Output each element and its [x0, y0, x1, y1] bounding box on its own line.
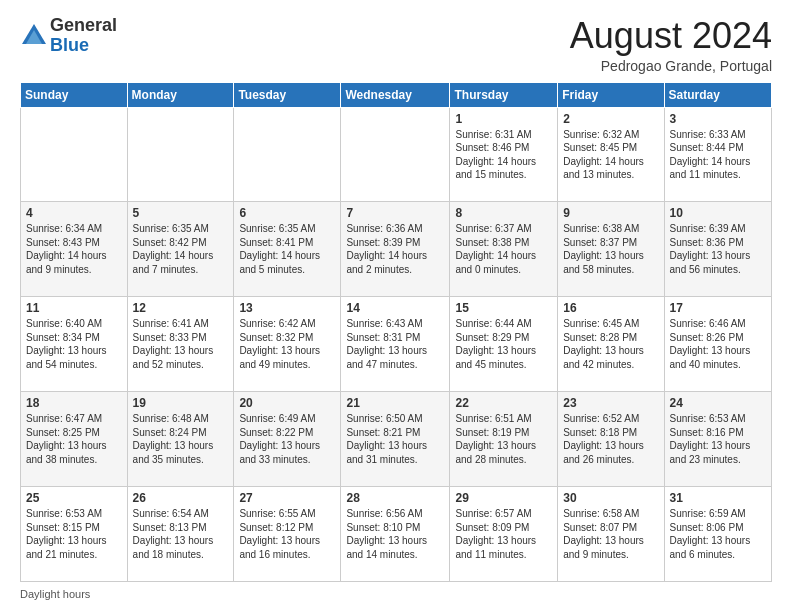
day-cell: 18Sunrise: 6:47 AM Sunset: 8:25 PM Dayli…: [21, 392, 128, 487]
footer-text: Daylight hours: [20, 588, 90, 600]
week-row-0: 1Sunrise: 6:31 AM Sunset: 8:46 PM Daylig…: [21, 107, 772, 202]
day-number: 8: [455, 206, 552, 220]
header-day-saturday: Saturday: [664, 82, 771, 107]
header-day-wednesday: Wednesday: [341, 82, 450, 107]
day-cell: [127, 107, 234, 202]
day-cell: 17Sunrise: 6:46 AM Sunset: 8:26 PM Dayli…: [664, 297, 771, 392]
day-cell: 12Sunrise: 6:41 AM Sunset: 8:33 PM Dayli…: [127, 297, 234, 392]
day-cell: 23Sunrise: 6:52 AM Sunset: 8:18 PM Dayli…: [558, 392, 664, 487]
header: General Blue August 2024 Pedrogao Grande…: [20, 16, 772, 74]
day-info: Sunrise: 6:42 AM Sunset: 8:32 PM Dayligh…: [239, 317, 335, 371]
day-cell: 11Sunrise: 6:40 AM Sunset: 8:34 PM Dayli…: [21, 297, 128, 392]
logo-blue: Blue: [50, 36, 117, 56]
day-cell: 9Sunrise: 6:38 AM Sunset: 8:37 PM Daylig…: [558, 202, 664, 297]
header-day-monday: Monday: [127, 82, 234, 107]
day-info: Sunrise: 6:46 AM Sunset: 8:26 PM Dayligh…: [670, 317, 766, 371]
day-number: 4: [26, 206, 122, 220]
day-cell: 3Sunrise: 6:33 AM Sunset: 8:44 PM Daylig…: [664, 107, 771, 202]
day-number: 19: [133, 396, 229, 410]
month-title: August 2024: [570, 16, 772, 56]
day-number: 6: [239, 206, 335, 220]
week-row-2: 11Sunrise: 6:40 AM Sunset: 8:34 PM Dayli…: [21, 297, 772, 392]
day-number: 29: [455, 491, 552, 505]
day-number: 25: [26, 491, 122, 505]
day-number: 30: [563, 491, 658, 505]
day-info: Sunrise: 6:50 AM Sunset: 8:21 PM Dayligh…: [346, 412, 444, 466]
day-cell: 28Sunrise: 6:56 AM Sunset: 8:10 PM Dayli…: [341, 487, 450, 582]
day-info: Sunrise: 6:53 AM Sunset: 8:15 PM Dayligh…: [26, 507, 122, 561]
day-number: 11: [26, 301, 122, 315]
day-info: Sunrise: 6:43 AM Sunset: 8:31 PM Dayligh…: [346, 317, 444, 371]
day-info: Sunrise: 6:49 AM Sunset: 8:22 PM Dayligh…: [239, 412, 335, 466]
day-info: Sunrise: 6:40 AM Sunset: 8:34 PM Dayligh…: [26, 317, 122, 371]
day-number: 13: [239, 301, 335, 315]
day-cell: [21, 107, 128, 202]
day-number: 16: [563, 301, 658, 315]
day-number: 17: [670, 301, 766, 315]
logo: General Blue: [20, 16, 117, 56]
day-cell: 8Sunrise: 6:37 AM Sunset: 8:38 PM Daylig…: [450, 202, 558, 297]
day-number: 10: [670, 206, 766, 220]
header-day-tuesday: Tuesday: [234, 82, 341, 107]
title-block: August 2024 Pedrogao Grande, Portugal: [570, 16, 772, 74]
page: General Blue August 2024 Pedrogao Grande…: [0, 0, 792, 612]
day-info: Sunrise: 6:45 AM Sunset: 8:28 PM Dayligh…: [563, 317, 658, 371]
day-info: Sunrise: 6:55 AM Sunset: 8:12 PM Dayligh…: [239, 507, 335, 561]
week-row-4: 25Sunrise: 6:53 AM Sunset: 8:15 PM Dayli…: [21, 487, 772, 582]
day-cell: 5Sunrise: 6:35 AM Sunset: 8:42 PM Daylig…: [127, 202, 234, 297]
day-cell: 27Sunrise: 6:55 AM Sunset: 8:12 PM Dayli…: [234, 487, 341, 582]
day-cell: 21Sunrise: 6:50 AM Sunset: 8:21 PM Dayli…: [341, 392, 450, 487]
day-cell: 15Sunrise: 6:44 AM Sunset: 8:29 PM Dayli…: [450, 297, 558, 392]
day-cell: 24Sunrise: 6:53 AM Sunset: 8:16 PM Dayli…: [664, 392, 771, 487]
day-cell: 30Sunrise: 6:58 AM Sunset: 8:07 PM Dayli…: [558, 487, 664, 582]
day-info: Sunrise: 6:58 AM Sunset: 8:07 PM Dayligh…: [563, 507, 658, 561]
day-info: Sunrise: 6:48 AM Sunset: 8:24 PM Dayligh…: [133, 412, 229, 466]
day-number: 1: [455, 112, 552, 126]
day-number: 21: [346, 396, 444, 410]
day-number: 18: [26, 396, 122, 410]
day-cell: [341, 107, 450, 202]
header-day-friday: Friday: [558, 82, 664, 107]
day-number: 28: [346, 491, 444, 505]
day-info: Sunrise: 6:52 AM Sunset: 8:18 PM Dayligh…: [563, 412, 658, 466]
day-info: Sunrise: 6:35 AM Sunset: 8:41 PM Dayligh…: [239, 222, 335, 276]
day-cell: 7Sunrise: 6:36 AM Sunset: 8:39 PM Daylig…: [341, 202, 450, 297]
day-number: 24: [670, 396, 766, 410]
day-cell: 25Sunrise: 6:53 AM Sunset: 8:15 PM Dayli…: [21, 487, 128, 582]
day-cell: 26Sunrise: 6:54 AM Sunset: 8:13 PM Dayli…: [127, 487, 234, 582]
day-info: Sunrise: 6:51 AM Sunset: 8:19 PM Dayligh…: [455, 412, 552, 466]
day-number: 2: [563, 112, 658, 126]
day-cell: 20Sunrise: 6:49 AM Sunset: 8:22 PM Dayli…: [234, 392, 341, 487]
day-info: Sunrise: 6:37 AM Sunset: 8:38 PM Dayligh…: [455, 222, 552, 276]
week-row-3: 18Sunrise: 6:47 AM Sunset: 8:25 PM Dayli…: [21, 392, 772, 487]
day-number: 5: [133, 206, 229, 220]
day-cell: [234, 107, 341, 202]
header-row: SundayMondayTuesdayWednesdayThursdayFrid…: [21, 82, 772, 107]
day-info: Sunrise: 6:59 AM Sunset: 8:06 PM Dayligh…: [670, 507, 766, 561]
day-cell: 29Sunrise: 6:57 AM Sunset: 8:09 PM Dayli…: [450, 487, 558, 582]
day-cell: 19Sunrise: 6:48 AM Sunset: 8:24 PM Dayli…: [127, 392, 234, 487]
day-cell: 22Sunrise: 6:51 AM Sunset: 8:19 PM Dayli…: [450, 392, 558, 487]
day-number: 20: [239, 396, 335, 410]
header-day-thursday: Thursday: [450, 82, 558, 107]
day-cell: 14Sunrise: 6:43 AM Sunset: 8:31 PM Dayli…: [341, 297, 450, 392]
day-info: Sunrise: 6:54 AM Sunset: 8:13 PM Dayligh…: [133, 507, 229, 561]
day-number: 9: [563, 206, 658, 220]
day-number: 12: [133, 301, 229, 315]
day-info: Sunrise: 6:31 AM Sunset: 8:46 PM Dayligh…: [455, 128, 552, 182]
day-cell: 1Sunrise: 6:31 AM Sunset: 8:46 PM Daylig…: [450, 107, 558, 202]
day-cell: 13Sunrise: 6:42 AM Sunset: 8:32 PM Dayli…: [234, 297, 341, 392]
logo-general: General: [50, 16, 117, 36]
footer: Daylight hours: [20, 588, 772, 600]
day-info: Sunrise: 6:53 AM Sunset: 8:16 PM Dayligh…: [670, 412, 766, 466]
day-info: Sunrise: 6:32 AM Sunset: 8:45 PM Dayligh…: [563, 128, 658, 182]
day-number: 23: [563, 396, 658, 410]
day-info: Sunrise: 6:38 AM Sunset: 8:37 PM Dayligh…: [563, 222, 658, 276]
logo-text: General Blue: [50, 16, 117, 56]
day-info: Sunrise: 6:41 AM Sunset: 8:33 PM Dayligh…: [133, 317, 229, 371]
day-info: Sunrise: 6:36 AM Sunset: 8:39 PM Dayligh…: [346, 222, 444, 276]
day-number: 3: [670, 112, 766, 126]
location: Pedrogao Grande, Portugal: [570, 58, 772, 74]
day-number: 14: [346, 301, 444, 315]
day-info: Sunrise: 6:33 AM Sunset: 8:44 PM Dayligh…: [670, 128, 766, 182]
